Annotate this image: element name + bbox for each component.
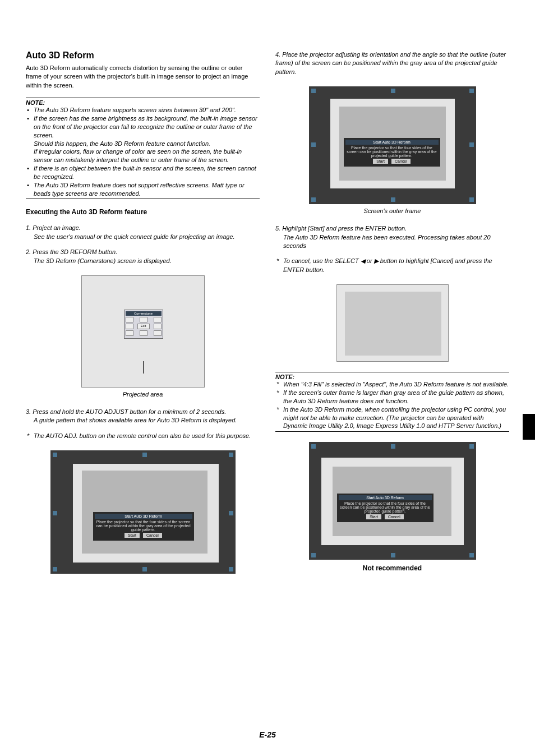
- guide-pattern-illustration: Start Auto 3D Reform Place the projector…: [50, 450, 236, 574]
- step-2: 2. Press the 3D REFORM button. The 3D Re…: [26, 248, 260, 265]
- cancel-button: Cancel: [143, 533, 162, 538]
- step-detail: A guide pattern that shows available are…: [26, 416, 260, 425]
- step-5: 5. Highlight [Start] and press the ENTER…: [275, 224, 509, 250]
- subsection-heading: Executing the Auto 3D Reform feature: [26, 208, 260, 216]
- cancel-button: Cancel: [385, 514, 404, 519]
- section-title: Auto 3D Reform: [26, 50, 260, 61]
- not-recommended-illustration: Start Auto 3D Reform Place the projector…: [309, 442, 476, 560]
- note-heading: NOTE:: [26, 99, 260, 106]
- dialog-title: Start Auto 3D Reform: [339, 495, 432, 500]
- step-text: Press the 3D REFORM button.: [33, 248, 117, 255]
- note-item: The Auto 3D Reform feature supports scre…: [26, 106, 260, 114]
- note-item: The Auto 3D Reform feature does not supp…: [26, 181, 260, 198]
- note-item: When "4:3 Fill" is selected in "Aspect",…: [275, 380, 509, 389]
- step-detail: See the user's manual or the quick conne…: [26, 233, 260, 241]
- outer-frame-illustration: Start Auto 3D Reform Place the projector…: [309, 86, 476, 204]
- exit-btn: Exit: [137, 324, 150, 329]
- dialog-title: Start Auto 3D Reform: [345, 140, 439, 145]
- step-detail: The 3D Reform (Cornerstone) screen is di…: [26, 257, 260, 265]
- dialog-msg: Place the projector so that the four sid…: [95, 520, 192, 532]
- step-3: 3. Press and hold the AUTO ADJUST button…: [26, 408, 260, 425]
- dialog-header: Cornerstone: [126, 311, 162, 316]
- step-1: 1. Project an image. See the user's manu…: [26, 224, 260, 241]
- step-number: 1.: [26, 224, 31, 231]
- note-item: If the screen has the same brightness as…: [26, 114, 260, 164]
- figure-1: Cornerstone Exit Projected area: [26, 275, 260, 398]
- start-auto-dialog: Start Auto 3D Reform Place the projector…: [93, 512, 194, 541]
- not-recommended-label: Not recommended: [275, 564, 509, 572]
- step-text: Project an image.: [33, 224, 81, 231]
- figure-1-caption: Projected area: [26, 391, 260, 398]
- side-tab: [523, 414, 535, 440]
- figure-2-caption: Screen's outer frame: [275, 208, 509, 214]
- start-button: Start: [124, 533, 140, 538]
- dialog-msg: Place the projector so that the four sid…: [339, 501, 432, 513]
- two-column-layout: Auto 3D Reform Auto 3D Reform automatica…: [26, 50, 509, 584]
- note-heading: NOTE:: [275, 374, 509, 380]
- page-number: E-25: [0, 730, 535, 739]
- step-text: Place the projector adjusting its orient…: [275, 51, 506, 75]
- start-auto-dialog-3: Start Auto 3D Reform Place the projector…: [337, 494, 433, 522]
- figure-2: Start Auto 3D Reform Place the projector…: [275, 86, 509, 214]
- figure-result: [275, 284, 509, 362]
- note-list-1: The Auto 3D Reform feature supports scre…: [26, 106, 260, 197]
- step-5-aster: To cancel, use the SELECT ◀ or ▶ button …: [275, 257, 509, 274]
- cancel-button: Cancel: [391, 159, 411, 164]
- figure-not-recommended: Start Auto 3D Reform Place the projector…: [275, 442, 509, 572]
- dialog-title: Start Auto 3D Reform: [95, 514, 192, 519]
- note-item: In the Auto 3D Reform mode, when control…: [275, 405, 509, 431]
- start-button: Start: [366, 514, 381, 519]
- cornerstone-screen-illustration: Cornerstone Exit: [81, 275, 205, 388]
- step-number: 5.: [275, 225, 280, 232]
- note-block-1: NOTE: The Auto 3D Reform feature support…: [26, 98, 260, 199]
- step-text: Highlight [Start] and press the ENTER bu…: [282, 225, 407, 232]
- dialog-msg: Place the projector so that the four sid…: [345, 146, 439, 158]
- pointer-line: [143, 361, 144, 374]
- intro-text: Auto 3D Reform automatically corrects di…: [26, 64, 260, 90]
- note-item: If there is an object between the built-…: [26, 164, 260, 181]
- step-text: Press and hold the AUTO ADJUST button fo…: [33, 408, 226, 415]
- figure-guide-pattern: Start Auto 3D Reform Place the projector…: [26, 450, 260, 574]
- right-column: 4. Place the projector adjusting its ori…: [275, 50, 509, 584]
- cornerstone-dialog: Cornerstone Exit: [124, 310, 163, 339]
- start-auto-dialog-2: Start Auto 3D Reform Place the projector…: [344, 138, 440, 167]
- step-4: 4. Place the projector adjusting its ori…: [275, 50, 509, 76]
- start-button: Start: [373, 159, 388, 164]
- note-block-2: NOTE: When "4:3 Fill" is selected in "As…: [275, 372, 509, 432]
- note-list-2: When "4:3 Fill" is selected in "Aspect",…: [275, 380, 509, 430]
- step-3-aster: The AUTO ADJ. button on the remote contr…: [26, 432, 260, 440]
- left-column: Auto 3D Reform Auto 3D Reform automatica…: [26, 50, 260, 584]
- step-number: 3.: [26, 408, 31, 415]
- step-number: 4.: [275, 51, 280, 58]
- step-number: 2.: [26, 248, 31, 255]
- note-item: If the screen's outer frame is larger th…: [275, 389, 509, 405]
- result-illustration: [336, 284, 449, 362]
- step-detail: The Auto 3D Reform feature has been exec…: [275, 233, 509, 251]
